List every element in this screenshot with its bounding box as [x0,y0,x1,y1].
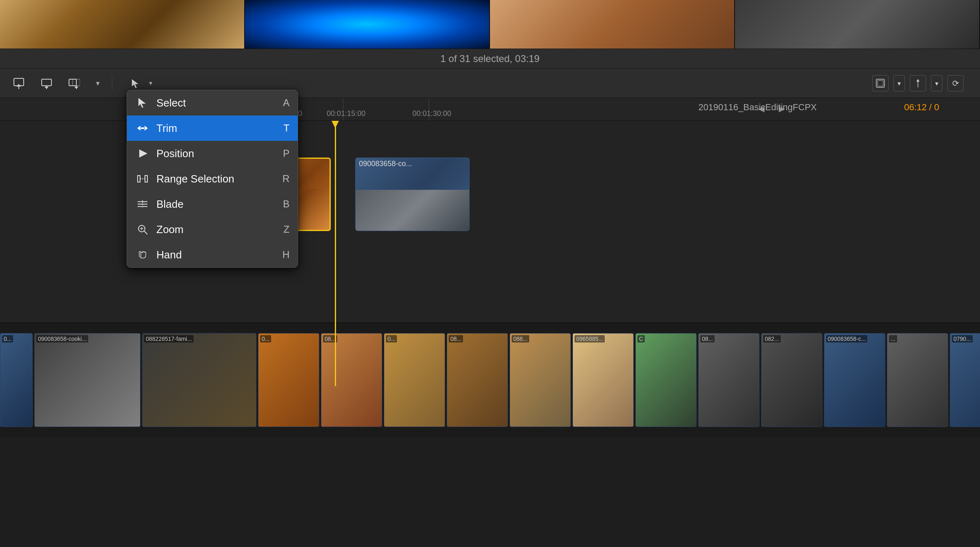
svg-marker-16 [137,126,140,131]
filmstrip-item-1[interactable]: 0... [0,333,33,427]
skimmer-icon [913,79,922,88]
ruler-mark-4: 00:01:30:00 [412,109,451,118]
fs-label-7: 08... [449,335,463,342]
svg-marker-15 [138,98,146,108]
media-thumb-1[interactable] [0,0,245,49]
media-thumb-3[interactable] [490,0,735,49]
menu-item-zoom[interactable]: Zoom Z [127,217,298,242]
right-toolbar: ▾ ▾ ⟳ [872,69,964,98]
extra-button[interactable]: ⟳ [947,75,964,91]
menu-select-label: Select [156,97,276,109]
media-browser [0,0,980,49]
fs-label-6: 0... [386,335,397,342]
fs-label-10: C [637,335,645,342]
cursor-icon [130,78,142,89]
menu-item-blade[interactable]: Blade B [127,191,298,217]
filmstrip-item-8[interactable]: 088... [510,333,571,427]
filmstrip-item-3[interactable]: 088228517-fami... [142,333,256,427]
menu-item-range[interactable]: Range Selection R [127,166,298,191]
fs-label-15: 0790... [952,335,973,342]
media-thumb-4[interactable] [735,0,980,49]
select-tool-menu-icon [135,96,150,110]
filmstrip-item-12[interactable]: 082... [761,333,822,427]
hand-tool-menu-icon [135,247,150,262]
fs-label-12: 082... [763,335,781,342]
menu-select-shortcut: A [283,97,290,109]
filmstrip-item-7[interactable]: 08... [447,333,508,427]
fs-label-11: 08... [700,335,715,342]
menu-position-shortcut: P [283,148,290,159]
svg-marker-19 [139,149,147,158]
svg-marker-10 [132,79,138,88]
media-thumb-2[interactable] [245,0,490,49]
filmstrip-item-4[interactable]: 0... [258,333,319,427]
svg-rect-12 [878,80,883,86]
svg-line-28 [144,231,147,234]
fs-label-1: 0... [2,335,13,342]
zoom-dropdown-button[interactable]: ▾ [893,75,905,91]
blade-tool-menu-icon [135,197,150,211]
skimmer-dropdown-button[interactable]: ▾ [931,75,942,91]
svg-marker-5 [45,87,49,89]
trim-tool-menu-icon [135,121,150,136]
insert-button[interactable] [36,73,57,93]
menu-item-trim[interactable]: Trim T [127,116,298,141]
insert-icon [41,78,52,89]
ruler-mark-3: 00:01:15:00 [327,109,365,118]
position-tool-menu-icon [135,146,150,161]
append-icon [69,78,80,89]
menu-zoom-label: Zoom [156,223,277,236]
fs-label-3: 088228517-fami... [144,335,194,342]
context-menu: Select A Trim T Position P [127,90,298,268]
playhead[interactable] [335,121,336,386]
filmstrip-item-10[interactable]: C [635,333,697,427]
status-bar: 1 of 31 selected, 03:19 [0,49,980,69]
menu-range-shortcut: R [283,173,290,185]
clip-snow-label: 090083658-co... [359,160,412,168]
chevron-down-icon-3: ▾ [935,80,938,87]
svg-rect-3 [42,79,51,86]
append-button[interactable] [64,73,85,93]
fs-label-14: ... [889,335,897,342]
menu-blade-label: Blade [156,198,276,211]
clip-snow[interactable]: 090083658-co... [355,158,470,231]
tool-dropdown-button[interactable]: ▾ [145,78,156,89]
skimmer-button[interactable] [910,75,926,91]
svg-rect-20 [138,176,140,182]
fs-label-2: 090083658-cooki... [36,335,88,342]
filmstrip-item-6[interactable]: 0... [384,333,445,427]
fs-label-8: 088... [512,335,529,342]
filmstrip-item-11[interactable]: 08... [698,333,760,427]
filmstrip-item-15[interactable]: 0790... [950,333,980,427]
import-button[interactable] [8,73,29,93]
filmstrip-item-14[interactable]: ... [887,333,948,427]
append-dropdown-button[interactable]: ▾ [91,73,104,93]
menu-blade-shortcut: B [283,198,290,210]
filmstrip-area: 0... 090083658-cooki... 088228517-fami..… [0,322,980,437]
svg-rect-18 [141,127,144,129]
fit-frame-button[interactable] [872,75,889,91]
tool-selector[interactable]: ▾ [129,76,156,91]
menu-hand-shortcut: H [283,249,290,260]
select-tool-icon [129,76,143,91]
fs-label-13: 090083658-c... [826,335,867,342]
svg-rect-21 [145,176,147,182]
svg-marker-17 [145,126,148,131]
menu-item-hand[interactable]: Hand H [127,242,298,267]
fs-label-4: 0... [260,335,271,342]
menu-zoom-shortcut: Z [283,224,290,235]
menu-item-position[interactable]: Position P [127,141,298,166]
menu-item-select[interactable]: Select A [127,90,298,116]
fit-frame-icon [876,79,885,88]
chevron-down-icon: ▾ [96,79,100,88]
zoom-tool-menu-icon [135,222,150,237]
filmstrip-item-5[interactable]: 08... [321,333,382,427]
range-tool-menu-icon [135,171,150,186]
filmstrip-item-9[interactable]: 0965885... [572,333,634,427]
playhead-head [332,121,339,128]
filmstrip-item-13[interactable]: 090083658-c... [824,333,885,427]
import-icon [13,78,24,89]
chevron-down-icon-2: ▾ [898,80,901,87]
filmstrip-item-2[interactable]: 090083658-cooki... [34,333,140,427]
toolbar-divider [112,76,112,91]
